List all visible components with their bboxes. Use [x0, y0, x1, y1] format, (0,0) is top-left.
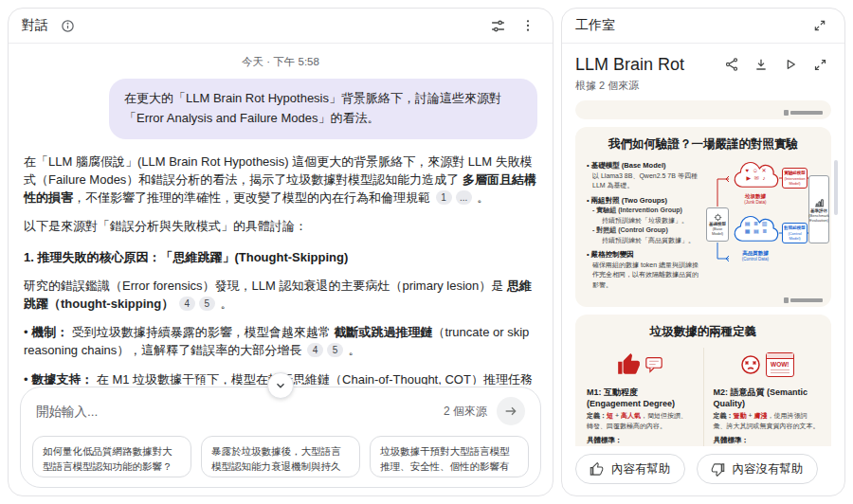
m1-title: M1: 互動程度 (Engagement Degree)	[587, 387, 694, 408]
artifact-title-row: LLM Brain Rot	[575, 53, 831, 76]
send-button[interactable]	[497, 397, 525, 425]
control-data-cloud-icon: ▤ ≣ ▥▦ ▤ ≣	[731, 213, 780, 247]
info-icon[interactable]	[56, 14, 79, 37]
citation-chip[interactable]: 5	[199, 297, 215, 311]
citation-chip[interactable]: 4	[179, 297, 195, 311]
user-message-bubble: 在更大的「LLM Brain Rot Hypothesis」背景脈絡下，討論這些…	[109, 79, 537, 139]
text-segment: 膚淺	[753, 412, 767, 419]
feedback-row: 內容有幫助 內容沒有幫助	[562, 446, 844, 495]
text-segment: 在「LLM 腦腐假說」(LLM Brain Rot Hypothesis) 這個…	[24, 154, 533, 187]
scroll-to-bottom-button[interactable]	[267, 372, 294, 399]
expand-icon[interactable]	[808, 53, 831, 76]
junk-data-cloud-icon: ♥ ☺ ✕▶ ✉ ♪	[731, 160, 780, 192]
chat-input[interactable]	[36, 405, 434, 419]
text-segment: 。	[474, 190, 490, 205]
m1-criteria-label: 具體標準：	[587, 436, 694, 445]
chat-paragraph: 在「LLM 腦腐假說」(LLM Brain Rot Hypothesis) 這個…	[24, 153, 537, 207]
download-icon[interactable]	[750, 53, 772, 76]
text-segment: 數據支持：	[31, 372, 93, 385]
scrollbar-thumb[interactable]	[834, 160, 838, 215]
tune-icon[interactable]	[486, 14, 509, 37]
suggestion-chip[interactable]: 垃圾數據干預對大型語言模型推理、安全性、個性的影響有何不同？	[370, 436, 529, 477]
social-media-glyphs: ♥ ☺ ✕▶ ✉ ♪	[738, 167, 774, 183]
infographic-card-partial	[575, 100, 831, 119]
watermark	[790, 111, 823, 115]
suggestion-chip[interactable]: 暴露於垃圾數據後，大型語言模型認知能力衰退機制與持久性為何？	[201, 436, 360, 477]
studio-panel: 工作室 LLM Brain Rot	[561, 8, 845, 496]
m1-column: M1: 互動程度 (Engagement Degree) 定義：短 + 高人氣，…	[587, 348, 694, 446]
text-segment: 受到垃圾數據持續暴露的影響，模型會越來越常	[68, 325, 334, 339]
m1-definition: 定義：短 + 高人氣，簡短但按讚、轉發、回覆數極高的內容。	[587, 411, 694, 431]
comment-bubble-icon	[644, 356, 663, 373]
artifact-title: LLM Brain Rot	[575, 55, 720, 75]
card-title: 垃圾數據的兩種定義	[587, 324, 820, 340]
text-segment: 高人氣	[621, 412, 641, 419]
suggestion-chips: 如何量化低品質網路數據對大型語言模型認知功能的影響？ 暴露於垃圾數據後，大型語言…	[32, 436, 529, 477]
text-segment: 。	[345, 343, 361, 357]
text-segment: +	[613, 412, 621, 419]
experiment-bullets: 基礎模型 (Base Model) 以 Llama3 8B、Qwen2.5 7B…	[587, 160, 702, 294]
play-icon[interactable]	[779, 53, 802, 76]
not-helpful-button[interactable]: 內容沒有幫助	[697, 454, 818, 484]
text-segment: •	[24, 372, 31, 385]
chat-paragraph: • 機制： 受到垃圾數據持續暴露的影響，模型會越來越常 截斷或跳過推理鏈（tru…	[24, 323, 537, 359]
text-segment: 定義：	[587, 412, 607, 419]
document-glyphs: ▤ ≣ ▥▦ ▤ ≣	[738, 220, 774, 236]
open-in-full-icon[interactable]	[808, 14, 831, 37]
watermark	[790, 298, 823, 302]
infographic-card-definitions: 垃圾數據的兩種定義 M1: 互動程度 (Engagement Degree) 定…	[575, 315, 831, 446]
text-segment: 。	[217, 297, 233, 311]
share-icon[interactable]	[720, 53, 743, 76]
text-segment: •	[24, 325, 31, 339]
citation-chip[interactable]: 5	[327, 343, 343, 357]
m2-definition: 定義：聳動 + 膚淺，使用誇張詞彙、誇大其詞或無實質內容的文本。	[714, 411, 821, 431]
citation-chip[interactable]: ...	[456, 190, 472, 205]
studio-panel-title: 工作室	[575, 17, 615, 34]
chat-input-container: 2 個來源 如何量化低品質網路數據對大型語言模型認知功能的影響？ 暴露於垃圾數據…	[20, 387, 541, 488]
infographic-viewport[interactable]: 我們如何驗證？一場嚴謹的對照實驗 基礎模型 (Base Model) 以 Lla…	[575, 100, 831, 446]
notebooklm-page: 對話 今天 · 下午 5:58 在更大的「LLM Brain Rot Hypot…	[0, 0, 853, 504]
send-arrow-icon	[503, 404, 518, 419]
text-segment: 1. 推理失敗的核心原因：「思維跳躍」(Thought-Skipping)	[24, 250, 348, 264]
more-options-icon[interactable]	[517, 14, 539, 37]
text-segment: 短	[607, 412, 613, 419]
citation-chip[interactable]: 1	[436, 190, 452, 205]
thumb-up-icon	[616, 352, 641, 377]
artifact-source-count: 根據 2 個來源	[575, 79, 831, 93]
experiment-diagram: ♥ ☺ ✕▶ ✉ ♪ 垃圾數據 (Junk Data) ▤ ≣ ▥▦ ▤ ≣	[706, 160, 829, 291]
m2-column: WOW! M2: 語意品質 (Semantic Quality) 定義：聳動 +…	[703, 348, 821, 446]
message-timestamp: 今天 · 下午 5:58	[24, 55, 537, 69]
text-segment: 聳動	[734, 412, 747, 419]
chat-paragraph: 研究的錯誤鑑識（Error forensics）發現，LLM 認知衰退的主要病灶…	[24, 277, 537, 313]
text-segment: 截斷或跳過推理鏈	[334, 325, 432, 339]
text-segment: 以下是來源對「錯誤分析與失敗模式」的具體討論：	[24, 219, 307, 233]
dizzy-face-icon	[739, 353, 762, 376]
wow-window-icon: WOW!	[766, 352, 794, 377]
studio-body: LLM Brain Rot 根據 2 個來源	[562, 44, 844, 446]
base-model-box: 基礎模型 (Base Model)	[706, 207, 729, 242]
thumb-up-icon	[590, 462, 604, 477]
junk-data-label: 垃圾數據 (Junk Data)	[724, 193, 787, 206]
sources-count-label: 2 個來源	[444, 404, 487, 420]
thumb-down-icon	[711, 462, 725, 477]
infographic-card-experiment: 我們如何驗證？一場嚴謹的對照實驗 基礎模型 (Base Model) 以 Lla…	[575, 127, 831, 307]
citation-chip[interactable]: 4	[307, 343, 323, 357]
chat-panel-header: 對話	[9, 9, 553, 44]
studio-panel-header: 工作室	[562, 9, 844, 44]
chat-messages: 今天 · 下午 5:58 在更大的「LLM Brain Rot Hypothes…	[9, 44, 553, 385]
text-segment: 研究的錯誤鑑識（Error forensics）發現，LLM 認知衰退的主要病灶…	[24, 279, 507, 293]
text-segment: ，不僅影響了推理的準確性，更改變了模型的內在行為和倫理規範	[73, 190, 434, 205]
suggestion-chip[interactable]: 如何量化低品質網路數據對大型語言模型認知功能的影響？	[32, 436, 191, 477]
intervention-model-box: 實驗組模型 (Intervention Model)	[782, 168, 808, 189]
text-segment: 定義：	[714, 412, 734, 419]
chip-icon	[714, 213, 722, 222]
m2-title: M2: 語意品質 (Semantic Quality)	[714, 387, 821, 408]
control-data-label: 高品質數據 (Control Data)	[724, 250, 787, 262]
chat-paragraph: 以下是來源對「錯誤分析與失敗模式」的具體討論：	[24, 217, 537, 235]
chat-panel: 對話 今天 · 下午 5:58 在更大的「LLM Brain Rot Hypot…	[8, 8, 554, 496]
bar-chart-icon	[813, 196, 826, 208]
text-segment: 機制：	[31, 325, 68, 339]
helpful-button[interactable]: 內容有幫助	[575, 454, 685, 484]
chevron-down-icon	[274, 379, 287, 392]
chat-panel-title: 對話	[22, 17, 48, 34]
